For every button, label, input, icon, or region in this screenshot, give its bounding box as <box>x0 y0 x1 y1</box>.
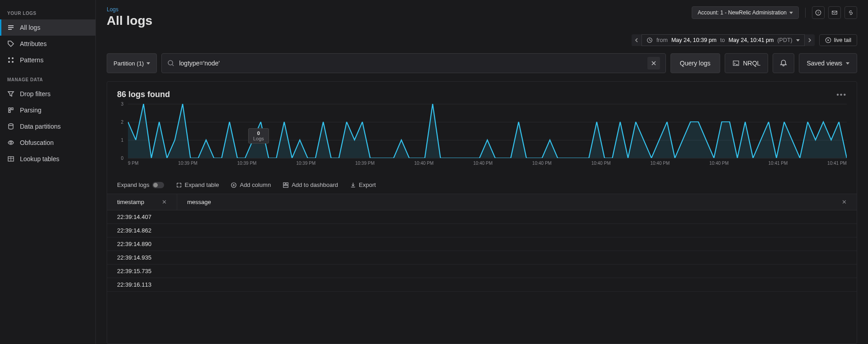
time-next-button[interactable] <box>805 34 815 46</box>
table-row[interactable]: 22:39:14.407 <box>107 210 857 224</box>
timerange-mid: to <box>720 37 725 43</box>
sidebar-item-data-partitions[interactable]: Data partitions <box>0 118 95 135</box>
y-tick: 3 <box>121 102 123 107</box>
live-tail-button[interactable]: live tail <box>819 34 857 46</box>
expand-table-button[interactable]: Expand table <box>176 181 219 188</box>
x-tick: 10:40 PM <box>532 161 552 166</box>
time-prev-button[interactable] <box>632 34 642 46</box>
search-input[interactable] <box>179 60 647 67</box>
column-label: timestamp <box>117 199 144 205</box>
sidebar-item-all-logs[interactable]: All logs <box>0 19 95 36</box>
sidebar-item-patterns[interactable]: Patterns <box>0 52 95 68</box>
chevron-down-icon <box>846 62 849 65</box>
filter-icon <box>7 90 14 98</box>
chevron-right-icon <box>808 38 811 42</box>
account-selector[interactable]: Account: 1 - NewRelic Administration <box>692 6 799 19</box>
saved-views-button[interactable]: Saved views <box>799 53 857 73</box>
timerange-end: May 24, 10:41 pm <box>728 37 774 43</box>
y-tick: 2 <box>121 119 123 124</box>
share-button[interactable] <box>828 6 841 19</box>
clock-icon <box>646 37 653 43</box>
tag-icon <box>7 40 14 47</box>
table-row[interactable]: 22:39:14.890 <box>107 237 857 251</box>
svg-text:?: ? <box>817 11 820 15</box>
svg-line-18 <box>172 65 174 66</box>
cell-timestamp: 22:39:16.113 <box>107 278 177 291</box>
copy-link-button[interactable] <box>844 6 857 19</box>
svg-rect-2 <box>8 29 12 30</box>
expand-logs-toggle[interactable]: Expand logs <box>117 181 164 188</box>
timerange-selector[interactable]: from May 24, 10:39 pm to May 24, 10:41 p… <box>642 34 805 46</box>
partition-selector[interactable]: Partition (1) <box>107 53 157 73</box>
bell-icon <box>779 59 788 67</box>
cell-timestamp: 22:39:14.862 <box>107 224 177 237</box>
query-logs-button[interactable]: Query logs <box>670 53 720 73</box>
sidebar-section-label: YOUR LOGS <box>0 8 95 19</box>
svg-point-7 <box>9 124 13 126</box>
clear-search-button[interactable] <box>647 57 660 70</box>
chevron-left-icon <box>635 38 638 42</box>
search-icon <box>167 60 175 67</box>
x-tick: 10:40 PM <box>414 161 434 166</box>
svg-point-4 <box>12 57 14 59</box>
add-column-button[interactable]: Add column <box>231 181 271 188</box>
toggle-icon <box>152 182 164 188</box>
plus-circle-icon <box>231 182 237 188</box>
tooltip-value: 0 <box>253 130 264 136</box>
remove-column-button[interactable]: ✕ <box>162 199 167 205</box>
sidebar-item-label: Lookup tables <box>20 155 59 163</box>
timerange-tz: (PDT) <box>777 37 792 43</box>
parsing-icon <box>7 107 14 114</box>
alerts-button[interactable] <box>773 53 794 73</box>
link-icon <box>848 9 854 16</box>
column-header-message[interactable]: message ✕ <box>177 194 857 210</box>
table-row[interactable]: 22:39:14.862 <box>107 224 857 237</box>
sidebar-item-label: Data partitions <box>20 123 61 130</box>
column-header-timestamp[interactable]: timestamp ✕ <box>107 194 177 210</box>
sidebar-item-label: Obfuscation <box>20 139 54 146</box>
sidebar-item-drop-filters[interactable]: Drop filters <box>0 86 95 102</box>
search-field[interactable] <box>161 53 666 73</box>
sidebar: YOUR LOGS All logs Attributes Patterns M… <box>0 0 96 344</box>
download-icon <box>350 182 356 188</box>
breadcrumb[interactable]: Logs <box>107 6 152 13</box>
help-button[interactable]: ? <box>812 6 825 19</box>
svg-point-5 <box>8 61 10 63</box>
sidebar-item-attributes[interactable]: Attributes <box>0 36 95 52</box>
cell-timestamp: 22:39:14.407 <box>107 210 177 223</box>
table-icon <box>7 155 14 163</box>
sidebar-item-label: Drop filters <box>20 90 51 98</box>
sidebar-section-label: MANAGE DATA <box>0 74 95 86</box>
nrql-button[interactable]: NRQL <box>725 53 769 73</box>
add-dashboard-label: Add to dashboard <box>292 181 338 188</box>
expand-icon <box>176 182 182 188</box>
remove-column-button[interactable]: ✕ <box>842 199 847 205</box>
more-menu-button[interactable]: ••• <box>836 91 847 99</box>
page-title: All logs <box>107 14 152 28</box>
sidebar-item-lookup-tables[interactable]: Lookup tables <box>0 151 95 167</box>
add-column-label: Add column <box>240 181 271 188</box>
sidebar-item-label: All logs <box>20 24 40 31</box>
sidebar-item-label: Parsing <box>20 107 41 114</box>
cell-timestamp: 22:39:15.735 <box>107 265 177 278</box>
table-row[interactable]: 22:39:16.113 <box>107 278 857 292</box>
table-row[interactable]: 22:39:14.935 <box>107 251 857 265</box>
table-row[interactable]: 22:39:15.735 <box>107 265 857 278</box>
database-icon <box>7 123 14 130</box>
dashboard-icon <box>283 182 289 188</box>
add-dashboard-button[interactable]: Add to dashboard <box>283 181 338 188</box>
cell-timestamp: 22:39:14.890 <box>107 237 177 251</box>
more-icon: ••• <box>836 91 847 98</box>
sidebar-item-obfuscation[interactable]: Obfuscation <box>0 135 95 151</box>
histogram-chart[interactable]: 3 2 1 0 0 Logs <box>107 102 857 176</box>
log-table-body[interactable]: 22:39:14.40722:39:14.86222:39:14.89022:3… <box>107 210 857 344</box>
x-tick: 10:40 PM <box>591 161 611 166</box>
patterns-icon <box>7 56 14 64</box>
sidebar-item-parsing[interactable]: Parsing <box>0 102 95 118</box>
sidebar-item-label: Patterns <box>20 56 43 64</box>
svg-point-17 <box>168 60 173 65</box>
chevron-down-icon <box>146 62 150 65</box>
column-label: message <box>187 199 211 205</box>
terminal-icon <box>732 60 740 67</box>
export-button[interactable]: Export <box>350 181 376 188</box>
